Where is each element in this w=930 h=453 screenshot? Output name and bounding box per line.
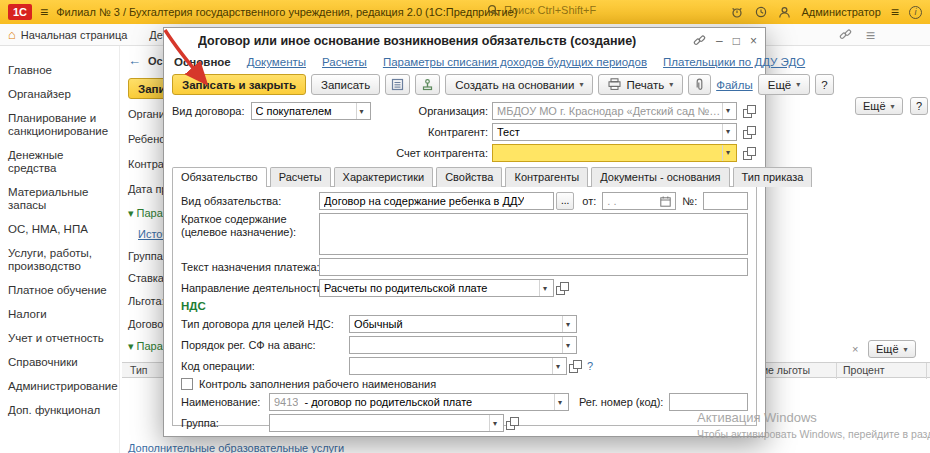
sidebar-item-spravochniki[interactable]: Справочники	[0, 352, 119, 373]
dialog-more-button[interactable]: Ещё▾	[758, 74, 811, 95]
sidebar-item-uchet[interactable]: Учет и отчетность	[0, 328, 119, 349]
close-icon[interactable]: ×	[750, 35, 757, 47]
global-search[interactable]: Поиск Ctrl+Shift+F	[487, 4, 596, 16]
vat-contract-type-select[interactable]: Обычный ▾	[349, 315, 577, 333]
payment-text-field[interactable]	[319, 258, 748, 276]
back-icon[interactable]: ←	[128, 54, 141, 67]
sidebar-item-os-nma[interactable]: ОС, НМА, НПА	[0, 219, 119, 240]
counterparty-select[interactable]: Тест ▾	[492, 123, 737, 141]
sidebar-item-organizer[interactable]: Органайзер	[0, 84, 119, 105]
form-menu-icon[interactable]: ≡	[866, 27, 875, 45]
open-organization-icon[interactable]	[741, 103, 757, 119]
bgform-more-button[interactable]: Ещё▾	[855, 97, 903, 115]
invoice-order-select[interactable]: ▾	[349, 336, 577, 354]
calendar-icon[interactable]	[660, 196, 671, 207]
name-field[interactable]: 9413 - договор по родительской плате ▾	[269, 393, 569, 411]
get-link-icon[interactable]	[693, 34, 706, 49]
date-field[interactable]: . .	[602, 192, 676, 210]
current-user[interactable]: Администратор	[801, 6, 880, 18]
tab-kontragenty[interactable]: Контрагенты	[505, 167, 588, 187]
tab-obyazatelstvo[interactable]: Обязательство	[172, 167, 267, 187]
maximize-icon[interactable]: □	[733, 35, 740, 47]
chevron-down-icon[interactable]: ▾	[489, 415, 499, 431]
choose-button[interactable]: ...	[556, 192, 574, 210]
contract-kind-group: Вид договора: С покупателем ▾	[172, 102, 371, 120]
nav-platelshiki[interactable]: Плательщики по ДДУ ЭДО	[663, 56, 805, 68]
tab-dokumenty-osnovaniya[interactable]: Документы - основания	[591, 167, 729, 187]
stamp-icon[interactable]	[415, 74, 440, 95]
naming-control-checkbox[interactable]	[181, 378, 193, 390]
tab-kharakteristiki[interactable]: Характеристики	[334, 167, 434, 187]
chevron-down-icon[interactable]: ▾	[562, 316, 572, 332]
get-link-icon[interactable]	[839, 27, 852, 45]
nav-raschety[interactable]: Расчеты	[322, 56, 367, 68]
column-header-percent[interactable]: Процент	[843, 364, 885, 376]
tab-raschety[interactable]: Расчеты	[270, 167, 331, 187]
sidebar-item-planirovanie[interactable]: Планирование и санкционирование	[0, 108, 119, 142]
tab-home-label: Начальная страница	[21, 29, 127, 41]
minimize-icon[interactable]: –	[716, 35, 723, 47]
open-account-icon[interactable]	[741, 145, 757, 161]
sidebar-item-nalogi[interactable]: Налоги	[0, 304, 119, 325]
notifications-icon[interactable]	[730, 5, 744, 19]
chevron-down-icon[interactable]: ▾	[356, 103, 366, 119]
open-operation-code-icon[interactable]	[567, 358, 583, 374]
create-based-on-button[interactable]: Создать на основании▾	[445, 74, 593, 95]
sidebar-item-platnoe[interactable]: Платное обучение	[0, 280, 119, 301]
chevron-down-icon[interactable]: ▾	[722, 124, 732, 140]
sidebar-item-administrirovanie[interactable]: Администрирование	[0, 376, 119, 397]
nav-dokumenty[interactable]: Документы	[247, 56, 306, 68]
print-button[interactable]: Печать ▾	[598, 74, 683, 95]
chevron-down-icon[interactable]: ▾	[722, 145, 732, 161]
activity-direction-select[interactable]: Расчеты по родительской плате ▾	[319, 279, 554, 297]
nav-parametry-spisaniya[interactable]: Параметры списания доходов будущих перио…	[383, 56, 647, 68]
service-menu-icon[interactable]: ≡	[891, 5, 899, 19]
obligation-kind-field[interactable]: Договор на содержание ребенка в ДДУ	[319, 192, 554, 210]
nav-osnovnoe[interactable]: Основное	[174, 56, 231, 68]
main-menu-icon[interactable]: ≡	[40, 5, 48, 19]
short-content-row: Краткое содержание (целевое назначение):	[181, 213, 748, 255]
chevron-down-icon[interactable]: ▾	[539, 280, 549, 296]
contract-dialog: Договор или иное основание возникновения…	[163, 27, 766, 437]
reg-number-field[interactable]	[669, 393, 748, 411]
operation-code-select[interactable]: ▾	[349, 357, 567, 375]
clear-filter-icon[interactable]: ×	[852, 343, 858, 355]
tab-home[interactable]: ⌂ Начальная страница	[8, 28, 127, 41]
contract-kind-select[interactable]: С покупателем ▾	[251, 102, 371, 120]
sidebar-item-denezhnye[interactable]: Денежные средства	[0, 145, 119, 179]
bgform-table-more-button[interactable]: Ещё▾	[868, 340, 916, 358]
bgform-help-button[interactable]: ?	[910, 97, 928, 115]
group-select[interactable]: ▾	[269, 414, 504, 432]
dialog-help-button[interactable]: ?	[815, 74, 833, 95]
column-header-tip[interactable]: Тип	[130, 364, 148, 376]
save-button[interactable]: Записать	[311, 74, 380, 95]
open-activity-icon[interactable]	[554, 280, 570, 296]
counterparty-account-select[interactable]: ▾	[492, 144, 737, 162]
sidebar-item-glavnoe[interactable]: Главное	[0, 60, 119, 81]
paperclip-icon[interactable]	[688, 74, 711, 95]
open-counterparty-icon[interactable]	[741, 124, 757, 140]
open-group-icon[interactable]	[504, 415, 520, 431]
sidebar-item-zapasy[interactable]: Материальные запасы	[0, 182, 119, 216]
history-icon[interactable]	[754, 5, 768, 19]
chevron-down-icon[interactable]: ▾	[562, 337, 572, 353]
files-link[interactable]: Файлы	[716, 79, 753, 91]
tab-svoystva[interactable]: Свойства	[436, 167, 502, 187]
tab-tip-prikaza[interactable]: Тип приказа	[733, 167, 813, 187]
chevron-down-icon[interactable]: ▾	[722, 103, 732, 119]
save-close-button[interactable]: Записать и закрыть	[172, 74, 306, 95]
operation-code-help[interactable]: ?	[587, 360, 593, 372]
postings-icon[interactable]	[385, 74, 410, 95]
dialog-titlebar: Договор или иное основание возникновения…	[164, 28, 765, 54]
info-icon[interactable]: i	[909, 6, 922, 19]
search-placeholder: Поиск Ctrl+Shift+F	[504, 4, 596, 16]
bgform-bottom-link[interactable]: Дополнительные образовательные услуги	[128, 442, 344, 453]
chevron-down-icon[interactable]: ▾	[554, 394, 564, 410]
chevron-down-icon[interactable]: ▾	[552, 358, 562, 374]
short-content-textarea[interactable]	[319, 213, 748, 255]
organization-select[interactable]: МБДОУ МО г. Краснодар «Детский сад № 197…	[492, 102, 737, 120]
sidebar-item-dop-funkcional[interactable]: Доп. функционал	[0, 400, 119, 421]
operation-code-row: Код операции: ▾ ?	[181, 357, 748, 375]
number-field[interactable]	[703, 192, 748, 210]
sidebar-item-uslugi[interactable]: Услуги, работы, производство	[0, 243, 119, 277]
